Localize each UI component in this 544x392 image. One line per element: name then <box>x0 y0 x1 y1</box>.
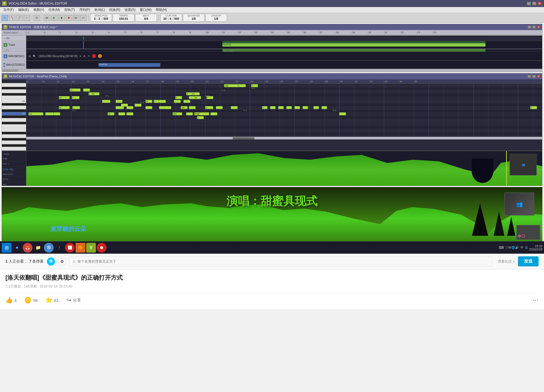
play-btn[interactable]: ▶ <box>51 15 57 21</box>
edit-icon[interactable]: ✎ <box>88 55 90 58</box>
track-restore[interactable]: □ <box>532 25 536 29</box>
menu-file[interactable]: 文件(F) <box>1 7 16 13</box>
erase-tool-btn[interactable]: ╱ <box>16 15 23 21</box>
pr-note-empty5[interactable] <box>159 100 166 103</box>
taskbar-explorer[interactable]: 📁 <box>33 243 43 253</box>
etiquette-text[interactable]: 弹幕礼仪 <box>498 259 512 264</box>
pr-note-mai[interactable]: mai <box>28 112 43 115</box>
send-btn[interactable]: 发送 <box>518 256 539 266</box>
danmaku-toggle-btn[interactable]: 弹 <box>47 257 55 266</box>
track-minimize[interactable]: ─ <box>527 25 531 29</box>
pr-note-wo[interactable]: wo <box>192 92 200 95</box>
taskbar-arrow[interactable]: ↑ <box>54 243 64 253</box>
close-btn[interactable]: ✕ <box>537 2 542 5</box>
start-btn[interactable]: ⊞ <box>2 243 11 253</box>
pr-note-tai3[interactable]: tai <box>59 106 70 109</box>
pr-note-empty27[interactable] <box>118 112 125 115</box>
menu-edit[interactable]: 编辑(E) <box>16 7 31 13</box>
stop-btn[interactable]: ■ <box>58 15 65 21</box>
more-btn[interactable]: ⋯ <box>533 297 539 304</box>
danmaku-settings-btn[interactable]: ⚙ <box>58 258 66 265</box>
pr-note-fengf[interactable]: feng[f <box>194 112 209 115</box>
pr-note-empty3[interactable] <box>102 100 110 103</box>
video-player[interactable]: 演唱：甜蜜具现式 麦芽糖的云朵 👥 中♡ <box>2 187 542 241</box>
pr-note-empty31[interactable] <box>339 112 346 115</box>
me-restore[interactable]: □ <box>532 75 536 78</box>
pr-note-h1[interactable]: h <box>238 84 246 87</box>
taskbar-cortana[interactable]: ● <box>12 243 22 253</box>
pr-note-aal[interactable]: a[al] <box>173 112 182 115</box>
taskbar-km[interactable]: Ⓚ <box>44 243 54 253</box>
pr-note-empty1[interactable] <box>83 89 90 92</box>
pr-note-empty15[interactable] <box>189 106 196 109</box>
record-btn[interactable]: ⏺ <box>66 15 72 21</box>
pr-note-empty19[interactable] <box>278 106 284 109</box>
share-btn[interactable]: ↪ 分享 <box>66 297 81 304</box>
pr-note-empty17[interactable] <box>231 106 238 109</box>
pr-note-h2[interactable]: h <box>72 96 79 99</box>
pr-note-empty7[interactable] <box>183 100 190 103</box>
pr-note-bn[interactable]: bn <box>70 89 80 92</box>
pr-note-empty6[interactable] <box>174 100 181 103</box>
pr-note-empty14[interactable] <box>164 106 171 109</box>
dyn-row[interactable]: DYN VEL <box>3 167 25 172</box>
taskbar-rec[interactable]: ⏺ <box>97 243 106 253</box>
minimize-btn[interactable]: ─ <box>527 2 531 5</box>
pr-note-empty30[interactable] <box>211 112 217 115</box>
pr-note-maa[interactable]: maa <box>224 84 239 87</box>
rewind-btn[interactable]: ⏮ <box>44 15 50 21</box>
pr-note-empty21[interactable] <box>294 106 300 109</box>
pr-note-empty18[interactable] <box>270 106 276 109</box>
pr-note-xian[interactable]: xian <box>181 106 187 109</box>
me-minimize[interactable]: ─ <box>527 75 531 78</box>
pr-note-h5[interactable]: h <box>262 106 267 109</box>
line-tool-btn[interactable]: ○ <box>24 15 30 21</box>
loop-btn[interactable]: ↩ <box>80 15 87 21</box>
skip-btn[interactable]: ⏭ <box>73 15 79 21</box>
pr-note-h4[interactable]: h <box>72 106 80 109</box>
pr-note-tai2[interactable]: tai <box>194 96 201 99</box>
taskbar-v[interactable]: V <box>86 243 96 253</box>
menu-help[interactable]: 帮助(H) <box>154 7 169 13</box>
menu-view[interactable]: 视图(V) <box>31 7 46 13</box>
like-btn[interactable]: 👍 4 <box>5 297 17 304</box>
dynamics-content[interactable]: 👥 <box>26 151 542 186</box>
track-note-newpart[interactable]: NewPart <box>222 43 485 47</box>
menu-task[interactable]: 任务(M) <box>46 7 62 13</box>
copy-btn[interactable]: ⎘ <box>34 15 40 21</box>
pr-note-d[interactable]: d <box>175 96 182 99</box>
danmaku-input[interactable] <box>77 259 489 263</box>
taskbar-fox[interactable]: 🔶 <box>76 243 85 253</box>
piano-roll-area[interactable]: 9 10 11 12 13 14 15 16 17 18 19 20 21 22… <box>26 79 542 151</box>
star-btn[interactable]: ⭐ 61 <box>45 297 59 304</box>
pr-note-empty22[interactable] <box>303 106 308 109</box>
menu-playback[interactable]: 回放(R) <box>107 7 122 13</box>
taskbar-p[interactable]: 🅿 <box>65 243 75 253</box>
pr-note-empty9[interactable] <box>135 104 141 107</box>
pr-scrollbar-thumb[interactable] <box>233 137 254 139</box>
menu-lyrics[interactable]: 歌词(L) <box>92 7 107 13</box>
pr-note-empty26[interactable] <box>53 112 60 115</box>
piano-roll-grid[interactable]: maa h w bn c ma q wo tai h d tai h <box>26 84 542 137</box>
pr-note-y[interactable]: y <box>197 116 204 119</box>
pr-note-empty24[interactable] <box>322 106 327 109</box>
track-close[interactable]: ✕ <box>537 25 540 29</box>
menu-settings[interactable]: 设置(S) <box>122 7 138 13</box>
pr-note-ma1[interactable]: ma <box>91 92 99 95</box>
settings-icon[interactable]: ⚙ <box>83 55 86 58</box>
coin-btn[interactable]: 🪙 58 <box>24 297 38 304</box>
pit2-row[interactable]: PIT <box>3 182 25 187</box>
pr-note-empty25[interactable] <box>45 112 53 115</box>
pr-note-h6[interactable]: h <box>530 106 537 109</box>
pr-note-empty12[interactable] <box>145 106 152 109</box>
dyn2-row[interactable]: DYN <box>3 177 25 182</box>
scrollbar-thumb[interactable] <box>2 70 18 72</box>
pencil-tool-btn[interactable]: ╲ <box>9 15 15 21</box>
pr-note-empty29[interactable] <box>186 112 193 115</box>
menu-sequence[interactable]: 序列(P) <box>77 7 92 13</box>
me-close[interactable]: ✕ <box>537 75 540 78</box>
menu-window[interactable]: 窗口(W) <box>138 7 154 13</box>
pr-note-nu[interactable]: nu <box>145 100 152 103</box>
pr-note-empty28[interactable] <box>127 112 133 115</box>
pit-row[interactable]: PIT ▾ <box>3 161 25 167</box>
